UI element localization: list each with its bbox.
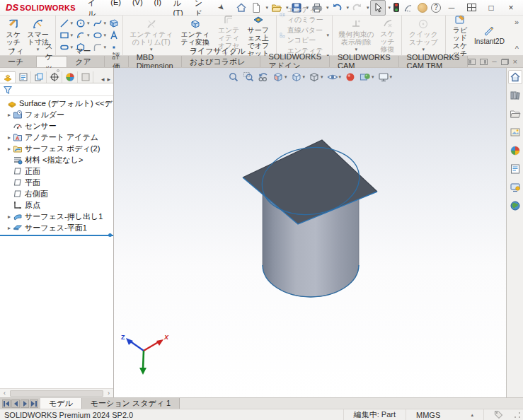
panel-tabs-left-button[interactable]: ◂ xyxy=(101,76,105,83)
slot-dropdown[interactable]: ▾ xyxy=(71,45,74,50)
file-explorer-button[interactable] xyxy=(508,107,522,121)
undo-dropdown[interactable]: ▾ xyxy=(345,5,350,11)
new-document-dropdown[interactable]: ▾ xyxy=(265,5,269,11)
tab-property-manager[interactable] xyxy=(16,71,31,83)
expand-arrow-icon[interactable]: ▸ xyxy=(6,214,13,220)
pane-left-icon[interactable] xyxy=(468,59,476,65)
line-dropdown[interactable]: ▾ xyxy=(71,21,74,26)
pane-right-icon[interactable] xyxy=(480,59,488,65)
tree-item-front-plane[interactable]: 正面 xyxy=(0,165,113,177)
window-close-button[interactable]: × xyxy=(502,1,520,14)
arc-tool-button[interactable]: ▾ xyxy=(75,30,91,40)
tab-model[interactable]: モデル xyxy=(40,398,82,409)
ellipse-tool-button[interactable]: ▾ xyxy=(92,30,108,40)
smart-dimension-dropdown[interactable]: ▾ xyxy=(37,47,40,52)
tree-item-surface-plane1[interactable]: ▸ サーフェス-平面1 xyxy=(0,222,113,233)
next-tab-button[interactable] xyxy=(21,399,29,408)
performance-status-button[interactable] xyxy=(392,1,401,13)
document-minimize-button[interactable]: ─ xyxy=(492,58,496,65)
tab-dimxpert-manager[interactable] xyxy=(47,71,62,83)
model-3d-view[interactable] xyxy=(114,68,506,397)
document-restore-button[interactable] xyxy=(501,59,509,65)
rollback-bar[interactable] xyxy=(0,235,113,236)
tab-solidworks-addins[interactable]: SOLIDWORKS アドイン xyxy=(260,56,330,67)
last-tab-button[interactable] xyxy=(30,399,38,408)
tab-solidworks-cam-tbm[interactable]: SOLIDWORKS CAM TBM xyxy=(399,56,469,67)
sketch-plane-tool-button[interactable] xyxy=(108,18,120,28)
circle-tool-button[interactable]: ▾ xyxy=(75,18,91,28)
appearances-scenes-button[interactable] xyxy=(508,144,522,158)
tab-configuration-manager[interactable] xyxy=(31,71,47,83)
slot-tool-button[interactable]: ▾ xyxy=(59,42,74,52)
tree-item-surface-extrude1[interactable]: ▸ サーフェス-押し出し1 xyxy=(0,211,113,222)
tree-horizontal-scrollbar[interactable]: ‹ › xyxy=(0,388,113,397)
rectangle-dropdown[interactable]: ▾ xyxy=(71,33,74,38)
panel-splitter-handle[interactable] xyxy=(57,69,59,72)
select-tool-button[interactable] xyxy=(370,0,386,16)
scroll-left-button[interactable]: ‹ xyxy=(0,390,9,397)
graphics-viewport[interactable]: ▾ ▾ ▾ ▾ ▾ ▾ xyxy=(114,68,506,397)
units-selector[interactable]: MMGS ▴ xyxy=(406,409,483,420)
tree-item-annotations[interactable]: ▸ A アノテート アイテム xyxy=(0,132,113,143)
custom-properties-button[interactable] xyxy=(508,162,522,176)
tab-lifecycle-collaboration[interactable]: ライフサイクルおよびコラボレーション xyxy=(182,56,261,67)
tab-motion-study-1[interactable]: モーション スタディ 1 xyxy=(82,398,180,409)
3d-content-central-button[interactable] xyxy=(508,199,522,213)
select-tool-dropdown[interactable]: ▾ xyxy=(387,5,391,11)
tab-mbd-dimension[interactable]: MBD Dimension xyxy=(129,56,182,67)
tree-item-surface-bodies[interactable]: ▸ サーフェス ボディ(2) xyxy=(0,143,113,154)
undo-button[interactable] xyxy=(330,1,344,15)
spline-dropdown[interactable]: ▾ xyxy=(104,21,107,26)
view-palette-button[interactable] xyxy=(508,125,522,139)
tab-sketch[interactable]: スケッチ xyxy=(37,56,67,67)
taskpane-home-button[interactable] xyxy=(508,70,522,84)
tab-display-manager[interactable] xyxy=(62,71,78,83)
tree-item-top-plane[interactable]: 平面 xyxy=(0,177,113,188)
ribbon-collapse-button[interactable]: ^ xyxy=(515,45,519,53)
tab-solidworks-cam[interactable]: SOLIDWORKS CAM xyxy=(330,56,399,67)
document-close-button[interactable]: × xyxy=(513,57,517,66)
window-maximize-button[interactable]: □ xyxy=(482,1,500,14)
tab-feature-manager[interactable] xyxy=(0,71,16,83)
rectangle-tool-button[interactable]: ▾ xyxy=(59,30,74,40)
redo-dropdown[interactable]: ▾ xyxy=(366,5,370,11)
help-button[interactable]: ? xyxy=(430,1,442,14)
resize-grip[interactable] xyxy=(513,411,522,419)
text-tool-button[interactable] xyxy=(108,30,120,40)
tag-button[interactable] xyxy=(483,409,513,420)
ellipse-dropdown[interactable]: ▾ xyxy=(104,33,107,38)
design-library-button[interactable] xyxy=(508,88,522,103)
scrollbar-thumb[interactable] xyxy=(10,390,103,397)
line-tool-button[interactable]: ▾ xyxy=(59,18,74,28)
first-tab-button[interactable] xyxy=(2,399,11,408)
tab-evaluate[interactable]: 評価 xyxy=(105,56,129,67)
tree-item-right-plane[interactable]: 右側面 xyxy=(0,188,113,199)
tree-item-sensors[interactable]: センサー xyxy=(0,120,113,132)
filter-funnel-icon[interactable] xyxy=(3,85,13,95)
rapid-sketch-button[interactable]: ラピッドスケッチ xyxy=(449,13,471,59)
instant2d-button[interactable]: Instant2D xyxy=(471,24,507,47)
tree-item-material[interactable]: 材料 <指定なし> xyxy=(0,154,113,165)
previous-tab-button[interactable] xyxy=(11,399,20,408)
expand-arrow-icon[interactable]: ▸ xyxy=(6,146,13,152)
tab-features[interactable]: フィーチャー xyxy=(0,56,37,67)
pin-menu-icon[interactable]: ➤ xyxy=(216,2,227,13)
panel-tabs-right-button[interactable]: ▸ xyxy=(107,76,110,83)
expand-arrow-icon[interactable]: ▸ xyxy=(6,225,13,231)
solidworks-forum-button[interactable] xyxy=(508,180,522,194)
scroll-right-button[interactable]: › xyxy=(104,390,113,397)
tree-root[interactable]: Surface (デフォルト) <<デフォルト>_表示状 xyxy=(0,98,113,109)
rebuild-status-button[interactable] xyxy=(401,1,415,15)
tab-markup[interactable]: マークアップ xyxy=(67,56,105,67)
arc-dropdown[interactable]: ▾ xyxy=(87,33,90,38)
fillet-dropdown[interactable]: ▾ xyxy=(104,45,107,50)
expand-arrow-icon[interactable]: ▸ xyxy=(6,112,13,118)
tree-item-history-folder[interactable]: ▸ フォルダー xyxy=(0,109,113,120)
redo-button[interactable] xyxy=(350,1,364,15)
tab-cam-manager[interactable] xyxy=(78,71,93,83)
spline-tool-button[interactable]: ▾ xyxy=(92,18,108,28)
user-account-button[interactable] xyxy=(416,1,429,14)
circle-dropdown[interactable]: ▾ xyxy=(87,21,90,26)
tree-item-origin[interactable]: 原点 xyxy=(0,199,113,211)
ribbon-overflow-button[interactable]: » xyxy=(515,18,519,26)
